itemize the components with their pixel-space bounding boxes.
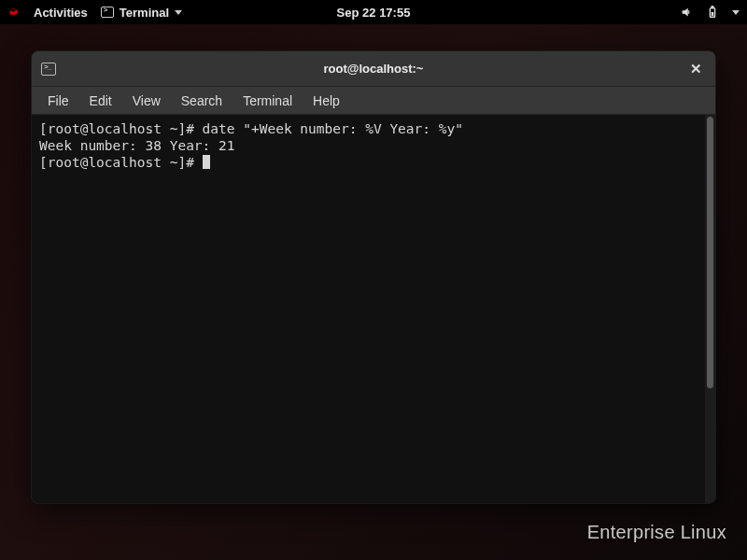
activities-button[interactable]: Activities	[34, 6, 88, 20]
gnome-topbar: Activities Terminal Sep 22 17:55	[0, 0, 747, 24]
terminal-window: root@localhost:~ ✕ File Edit View Search…	[31, 50, 716, 504]
terminal-content[interactable]: [root@localhost ~]# date "+Week number: …	[32, 115, 705, 503]
clock-button[interactable]: Sep 22 17:55	[337, 6, 411, 20]
menu-terminal[interactable]: Terminal	[233, 90, 303, 112]
terminal-icon	[101, 7, 114, 18]
cursor	[203, 155, 210, 169]
svg-rect-1	[712, 7, 713, 8]
redhat-icon	[7, 6, 21, 19]
menu-help[interactable]: Help	[303, 90, 350, 112]
scrollbar[interactable]	[705, 115, 715, 503]
command-text: date "+Week number: %V Year: %y"	[203, 121, 463, 136]
menubar: File Edit View Search Terminal Help	[32, 87, 715, 115]
system-menu-chevron-icon[interactable]	[732, 10, 740, 15]
app-menu-button[interactable]: Terminal	[101, 6, 182, 20]
window-title: root@localhost:~	[324, 62, 424, 76]
svg-rect-2	[712, 12, 714, 16]
prompt: [root@localhost ~]#	[39, 155, 203, 170]
close-icon: ✕	[690, 61, 702, 77]
desktop-brand-text: Enterprise Linux	[587, 522, 726, 543]
menu-view[interactable]: View	[122, 90, 171, 112]
scrollbar-thumb[interactable]	[707, 117, 713, 388]
chevron-down-icon	[175, 10, 182, 15]
prompt: [root@localhost ~]#	[39, 121, 203, 136]
battery-icon[interactable]	[706, 6, 719, 19]
menu-search[interactable]: Search	[171, 90, 233, 112]
output-line: Week number: 38 Year: 21	[39, 138, 235, 153]
app-name-label: Terminal	[120, 6, 169, 20]
window-titlebar[interactable]: root@localhost:~ ✕	[32, 51, 715, 87]
menu-edit[interactable]: Edit	[79, 90, 122, 112]
volume-icon[interactable]	[680, 6, 693, 19]
close-button[interactable]: ✕	[685, 59, 706, 79]
terminal-icon	[41, 63, 56, 76]
terminal-body: [root@localhost ~]# date "+Week number: …	[32, 115, 715, 503]
menu-file[interactable]: File	[37, 90, 79, 112]
